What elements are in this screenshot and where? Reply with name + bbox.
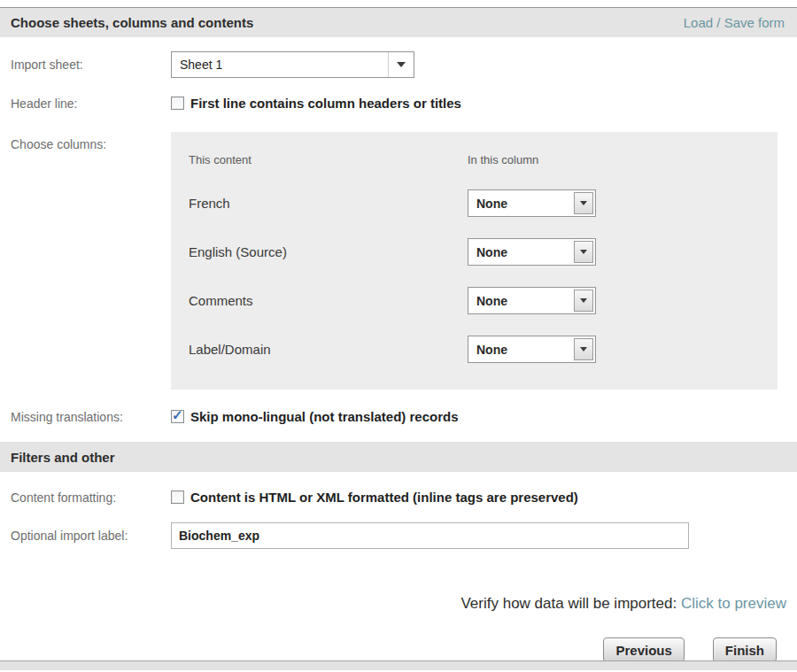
mapping-column-value: None	[468, 190, 572, 216]
skip-monolingual-checkbox-label[interactable]: Skip mono-lingual (not translated) recor…	[190, 409, 459, 424]
previous-button[interactable]: Previous	[603, 637, 684, 662]
mapping-content-label: Comments	[189, 293, 468, 308]
columns-mapping-panel: This content In this column French None …	[171, 132, 778, 390]
mapping-column-select-english[interactable]: None	[468, 238, 596, 266]
in-this-column-header: In this column	[468, 153, 538, 166]
mapping-column-value: None	[468, 288, 572, 313]
import-sheet-select[interactable]: Sheet 1	[171, 51, 414, 78]
mapping-dropdown-button[interactable]	[574, 338, 593, 360]
html-xml-formatted-checkbox-label[interactable]: Content is HTML or XML formatted (inline…	[190, 490, 578, 505]
import-sheet-label: Import sheet:	[0, 58, 171, 72]
top-spacer	[0, 0, 797, 7]
load-save-form-link[interactable]: Load / Save form	[684, 15, 785, 30]
mapping-dropdown-button[interactable]	[574, 192, 593, 214]
import-sheet-dropdown-button[interactable]	[388, 52, 414, 77]
this-content-header: This content	[189, 153, 468, 166]
choose-columns-label: Choose columns:	[0, 132, 171, 151]
bottom-divider-bar	[0, 660, 797, 670]
mapping-column-value: None	[468, 239, 572, 265]
header-line-checkbox[interactable]: ✓	[171, 97, 184, 110]
section-header-choose: Choose sheets, columns and contents Load…	[0, 7, 797, 37]
missing-translations-row: Missing translations: ✓ Skip mono-lingua…	[0, 409, 797, 424]
check-icon: ✓	[172, 408, 183, 421]
verify-text: Verify how data will be imported:	[460, 595, 681, 612]
section-title-choose: Choose sheets, columns and contents	[11, 15, 253, 30]
verify-line: Verify how data will be imported: Click …	[0, 595, 797, 613]
mapping-row-label-domain: Label/Domain None	[189, 325, 760, 374]
mapping-dropdown-button[interactable]	[574, 241, 593, 263]
mapping-column-value: None	[468, 336, 572, 362]
import-sheet-value: Sheet 1	[172, 52, 388, 77]
chevron-down-icon	[580, 298, 587, 303]
optional-import-label-input[interactable]	[171, 522, 689, 549]
content-formatting-label: Content formatting:	[0, 490, 171, 505]
mapping-dropdown-button[interactable]	[574, 290, 593, 312]
chevron-down-icon	[580, 201, 587, 205]
header-line-checkline: ✓ First line contains column headers or …	[171, 96, 461, 111]
chevron-down-icon	[580, 250, 587, 254]
mapping-content-label: English (Source)	[189, 244, 468, 259]
mapping-column-select-label-domain[interactable]: None	[468, 336, 596, 363]
optional-import-label-row: Optional import label:	[0, 522, 797, 549]
mapping-column-select-french[interactable]: None	[468, 189, 596, 217]
chevron-down-icon	[580, 347, 587, 351]
skip-monolingual-checkbox[interactable]: ✓	[171, 410, 184, 423]
import-wizard-page: Choose sheets, columns and contents Load…	[0, 0, 797, 672]
missing-translations-label: Missing translations:	[0, 410, 171, 424]
button-row: Previous Finish	[0, 637, 797, 662]
section-header-filters: Filters and other	[0, 442, 797, 472]
click-to-preview-link[interactable]: Click to preview	[681, 595, 786, 612]
content-formatting-checkline: ✓ Content is HTML or XML formatted (inli…	[171, 490, 578, 505]
section-title-filters: Filters and other	[11, 450, 115, 465]
mapping-row-comments: Comments None	[189, 276, 760, 325]
finish-button[interactable]: Finish	[713, 637, 777, 662]
mapping-row-french: French None	[189, 179, 760, 228]
mapping-content-label: Label/Domain	[189, 342, 468, 357]
header-line-row: Header line: ✓ First line contains colum…	[0, 96, 797, 111]
header-line-checkbox-label[interactable]: First line contains column headers or ti…	[190, 96, 461, 111]
columns-panel-headers: This content In this column	[189, 153, 760, 166]
mapping-row-english-source: English (Source) None	[189, 228, 760, 276]
mapping-content-label: French	[189, 196, 468, 211]
chevron-down-icon	[397, 62, 406, 67]
import-sheet-row: Import sheet: Sheet 1	[0, 51, 797, 78]
content-formatting-row: Content formatting: ✓ Content is HTML or…	[0, 490, 797, 505]
choose-columns-row: Choose columns: This content In this col…	[0, 132, 797, 390]
mapping-column-select-comments[interactable]: None	[468, 287, 596, 314]
optional-import-label-label: Optional import label:	[0, 529, 171, 543]
header-line-label: Header line:	[0, 97, 171, 111]
missing-translations-checkline: ✓ Skip mono-lingual (not translated) rec…	[171, 409, 459, 424]
html-xml-formatted-checkbox[interactable]: ✓	[171, 490, 184, 504]
